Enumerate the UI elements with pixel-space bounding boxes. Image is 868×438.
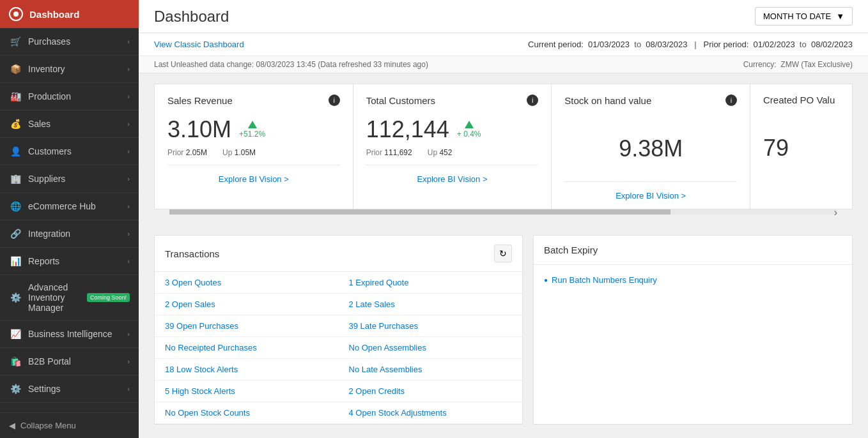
trans-left-link-0[interactable]: 3 Open Quotes <box>165 278 221 287</box>
trans-left-link-5[interactable]: 5 High Stock Alerts <box>165 386 235 396</box>
sidebar-label-bi: Business Intelligence <box>28 329 127 339</box>
sidebar-label-inventory: Inventory <box>28 64 127 74</box>
bi-icon: 📈 <box>9 328 22 340</box>
explore-bi-link-1[interactable]: Explore BI Vision > <box>417 174 488 184</box>
sidebar-item-production[interactable]: 🏭Production› <box>0 83 139 110</box>
trans-left-link-6[interactable]: No Open Stock Counts <box>165 408 250 418</box>
sidebar-item-bi[interactable]: 📈Business Intelligence› <box>0 321 139 348</box>
adv-inventory-icon: ⚙️ <box>9 291 22 304</box>
kpi-pct-1: + 0.4% <box>457 130 481 139</box>
kpi-card-1: Total Customers i 112,144 + 0.4% Prior 1… <box>353 84 552 209</box>
b2b-arrow-icon: › <box>127 358 130 365</box>
kpi-prior-value-0: 2.05M <box>186 148 207 157</box>
sidebar-item-sales[interactable]: 💰Sales› <box>0 110 139 138</box>
page-title: Dashboard <box>154 8 229 26</box>
kpi-section: Sales Revenue i 3.10M +51.2% Prior 2.05M… <box>139 73 868 225</box>
sidebar-item-suppliers[interactable]: 🏢Suppliers› <box>0 165 139 193</box>
trans-right-link-6[interactable]: 4 Open Stock Adjustments <box>349 408 447 418</box>
reports-arrow-icon: › <box>127 257 130 265</box>
kpi-up-value-1: 452 <box>439 148 452 157</box>
suppliers-arrow-icon: › <box>127 175 130 183</box>
prior-period-label: Prior period: <box>704 40 749 49</box>
main-content: Dashboard MONTH TO DATE ▼ View Classic D… <box>139 0 868 438</box>
bi-arrow-icon: › <box>127 330 130 338</box>
kpi-cards-container: Sales Revenue i 3.10M +51.2% Prior 2.05M… <box>154 84 853 209</box>
kpi-arrow-up-icon-0 <box>248 121 257 128</box>
trans-left-item-3: No Receipted Purchases <box>155 337 339 359</box>
sidebar-item-integration[interactable]: 🔗Integration› <box>0 220 139 248</box>
sidebar-item-customers[interactable]: 👤Customers› <box>0 138 139 165</box>
trans-left-link-3[interactable]: No Receipted Purchases <box>165 343 257 352</box>
trans-right-item-5: 2 Open Credits <box>339 381 523 402</box>
sidebar-nav: 🛒Purchases›📦Inventory›🏭Production›💰Sales… <box>0 28 139 412</box>
trans-right-link-1[interactable]: 2 Late Sales <box>349 299 395 309</box>
trans-left-link-4[interactable]: 18 Low Stock Alerts <box>165 365 238 374</box>
kpi-arrow-up-icon-1 <box>465 121 474 128</box>
trans-right-item-4: No Late Assemblies <box>339 359 523 381</box>
trans-right-link-2[interactable]: 39 Late Purchases <box>349 321 418 331</box>
sidebar-header: Dashboard <box>0 0 139 28</box>
batch-expiry-header: Batch Expiry <box>534 236 852 265</box>
trans-right-item-2: 39 Late Purchases <box>339 315 523 337</box>
sidebar-item-adv-inventory[interactable]: ⚙️Advanced Inventory ManagerComing Soon! <box>0 275 139 321</box>
kpi-card-header-2: Stock on hand value i <box>564 94 737 106</box>
sales-arrow-icon: › <box>127 120 130 128</box>
trans-right-link-4[interactable]: No Late Assemblies <box>349 365 422 374</box>
sidebar-item-inventory[interactable]: 📦Inventory› <box>0 56 139 83</box>
period-dropdown[interactable]: MONTH TO DATE ▼ <box>755 7 853 26</box>
chevron-down-icon: ▼ <box>836 11 844 21</box>
kpi-sub-1: Prior 111,692 Up 452 <box>366 148 539 157</box>
kpi-prior-label-1: Prior 111,692 <box>366 148 412 157</box>
kpi-value-row-1: 112,144 + 0.4% <box>366 116 539 143</box>
explore-bi-link-2[interactable]: Explore BI Vision > <box>616 191 686 200</box>
sidebar-item-b2b[interactable]: 🛍️B2B Portal› <box>0 348 139 375</box>
trans-right-link-0[interactable]: 1 Expired Quote <box>349 278 409 287</box>
sidebar-item-settings[interactable]: ⚙️Settings› <box>0 375 139 403</box>
trans-left-link-1[interactable]: 2 Open Sales <box>165 299 215 309</box>
trans-right-item-6: 4 Open Stock Adjustments <box>339 402 523 424</box>
kpi-title-2: Stock on hand value <box>564 95 651 106</box>
kpi-info-icon-2[interactable]: i <box>725 94 737 106</box>
settings-icon: ⚙️ <box>9 382 22 395</box>
trans-right-link-5[interactable]: 2 Open Credits <box>349 386 405 396</box>
batch-expiry-content: Run Batch Numbers Enquiry <box>534 265 852 295</box>
view-classic-dashboard-link[interactable]: View Classic Dashboard <box>154 40 244 49</box>
collapse-label: Collapse Menu <box>20 421 76 430</box>
kpi-pct-0: +51.2% <box>239 130 265 139</box>
kpi-card-3: Created PO Valu 79 <box>750 84 853 209</box>
trans-left-item-1: 2 Open Sales <box>155 294 339 315</box>
run-batch-enquiry-link[interactable]: Run Batch Numbers Enquiry <box>544 275 842 285</box>
explore-bi-link-0[interactable]: Explore BI Vision > <box>219 174 289 184</box>
trans-left-item-2: 39 Open Purchases <box>155 315 339 337</box>
bottom-section: Transactions ↻ 3 Open Quotes2 Open Sales… <box>139 225 868 435</box>
kpi-scrollbar-thumb <box>169 209 670 215</box>
kpi-info-icon-1[interactable]: i <box>527 94 538 106</box>
kpi-scrollbar[interactable]: › <box>169 209 837 215</box>
kpi-prior-value-1: 111,692 <box>384 148 412 157</box>
sidebar-item-ecommerce[interactable]: 🌐eCommerce Hub› <box>0 193 139 220</box>
reports-icon: 📊 <box>9 255 22 268</box>
integration-arrow-icon: › <box>127 230 130 238</box>
sidebar-item-purchases[interactable]: 🛒Purchases› <box>0 28 139 56</box>
sidebar-label-sales: Sales <box>28 119 127 129</box>
sidebar-label-settings: Settings <box>28 384 127 394</box>
trans-left-link-2[interactable]: 39 Open Purchases <box>165 321 238 331</box>
sidebar-item-reports[interactable]: 📊Reports› <box>0 248 139 275</box>
transactions-grid: 3 Open Quotes2 Open Sales39 Open Purchas… <box>155 272 522 424</box>
sales-icon: 💰 <box>9 117 22 130</box>
kpi-info-icon-0[interactable]: i <box>329 94 340 106</box>
kpi-card-2: Stock on hand value i 9.38M Explore BI V… <box>552 84 750 209</box>
kpi-up-label-1: Up 452 <box>428 148 453 157</box>
sidebar-label-integration: Integration <box>28 229 127 239</box>
collapse-menu-button[interactable]: ◀ Collapse Menu <box>0 412 139 438</box>
scroll-right-icon[interactable]: › <box>834 207 837 218</box>
kpi-card-header-3: Created PO Valu <box>763 94 839 105</box>
current-period-label: Current period: <box>528 40 584 49</box>
trans-right-link-3[interactable]: No Open Assemblies <box>349 343 426 352</box>
kpi-value-1: 112,144 <box>366 116 449 143</box>
sidebar: Dashboard 🛒Purchases›📦Inventory›🏭Product… <box>0 0 139 438</box>
settings-arrow-icon: › <box>127 385 130 393</box>
prior-period-to: 08/02/2023 <box>811 40 853 49</box>
refresh-button[interactable]: ↻ <box>494 245 512 262</box>
kpi-explore-2: Explore BI Vision > <box>564 181 737 209</box>
